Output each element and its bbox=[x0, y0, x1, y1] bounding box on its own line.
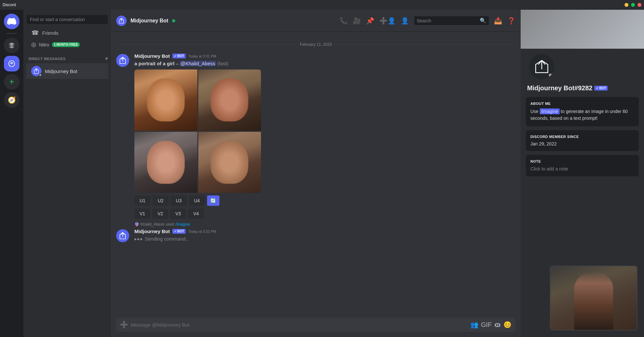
add-attachment-button[interactable]: ➕ bbox=[120, 321, 128, 329]
v1-button[interactable]: V1 bbox=[134, 208, 150, 219]
message-group-2: Midjourney Bot ✓ BOT Today at 3:32 PM bbox=[111, 227, 521, 243]
nitro-icon: ◎ bbox=[31, 41, 36, 48]
u2-button[interactable]: U2 bbox=[153, 195, 169, 206]
bot-badge-2: ✓ BOT bbox=[172, 229, 186, 234]
u3-button[interactable]: U3 bbox=[171, 195, 187, 206]
discord-home-button[interactable] bbox=[4, 14, 19, 29]
webcam-video bbox=[551, 266, 637, 330]
minimize-button[interactable] bbox=[625, 3, 628, 7]
midjourney-bot-avatar bbox=[31, 66, 42, 76]
nitro-label: Nitro bbox=[39, 42, 49, 47]
command-link[interactable]: /imagine bbox=[175, 222, 190, 227]
help-button[interactable]: ❓ bbox=[507, 17, 515, 25]
message-input[interactable] bbox=[131, 322, 468, 328]
sidebar-item-explore[interactable]: 🧭 bbox=[4, 92, 19, 108]
chat-area: Midjourney Bot 📞 🎥 📌 ➕👤 👤 🔍 📥 ❓ bbox=[111, 10, 521, 337]
header-actions: 📞 🎥 📌 ➕👤 👤 🔍 📥 ❓ bbox=[340, 16, 515, 25]
bot-label-1: BOT bbox=[177, 54, 184, 58]
sending-text: Sending command... bbox=[145, 236, 190, 242]
sidebar-item-ai[interactable] bbox=[4, 56, 19, 71]
date-label: February 11, 2023 bbox=[300, 42, 332, 47]
action-buttons-row2: V1 V2 V3 V4 bbox=[134, 208, 515, 219]
add-dm-button[interactable]: + bbox=[105, 55, 108, 62]
sidebar-item-add-server[interactable]: + bbox=[4, 74, 19, 90]
verified-check-1: ✓ bbox=[174, 54, 177, 58]
portrait-image-1 bbox=[134, 69, 197, 131]
profile-name: Midjourney Bot#9282 ✓ BOT bbox=[527, 84, 638, 92]
dm-item-midjourney-bot[interactable]: Midjourney Bot bbox=[26, 63, 108, 79]
face-3 bbox=[147, 141, 185, 184]
chat-input-box: ➕ 👥 GIF 🎟 😊 bbox=[116, 318, 515, 332]
bot-avatar-msg2 bbox=[116, 229, 129, 242]
close-button[interactable] bbox=[638, 3, 641, 7]
member-since-section: DISCORD MEMBER SINCE Jan 29, 2022 bbox=[526, 130, 639, 151]
bot-avatar-msg1 bbox=[116, 54, 129, 67]
portrait-image-4 bbox=[198, 132, 261, 193]
dm-sidebar: ☎ Friends ◎ Nitro 1 MONTH FREE DIRECT ME… bbox=[23, 10, 111, 337]
video-button[interactable]: 🎥 bbox=[353, 17, 361, 25]
msg-username-2: Midjourney Bot bbox=[134, 229, 170, 234]
portrait-image-3 bbox=[134, 132, 197, 193]
msg-fast-1: (fast) bbox=[217, 61, 228, 66]
typing-dots bbox=[134, 238, 142, 240]
add-friend-button[interactable]: ➕👤 bbox=[379, 17, 396, 25]
inbox-button[interactable]: 📥 bbox=[494, 17, 502, 25]
note-section: NOTE bbox=[526, 155, 639, 176]
v4-button[interactable]: V4 bbox=[188, 208, 204, 219]
profile-bot-badge: ✓ BOT bbox=[594, 86, 608, 91]
v3-button[interactable]: V3 bbox=[170, 208, 186, 219]
u4-button[interactable]: U4 bbox=[189, 195, 205, 206]
sidebar-divider bbox=[6, 33, 17, 34]
chat-header: Midjourney Bot 📞 🎥 📌 ➕👤 👤 🔍 📥 ❓ bbox=[111, 10, 521, 32]
emoji-people-button[interactable]: 👥 bbox=[470, 321, 478, 329]
profile-bot-label: BOT bbox=[599, 86, 606, 90]
find-conversation-input[interactable] bbox=[27, 15, 108, 24]
emoji-button[interactable]: 😊 bbox=[503, 321, 512, 329]
action-buttons-row1: U1 U2 U3 U4 🔄 bbox=[134, 195, 515, 206]
about-highlight: /imagine bbox=[540, 108, 560, 114]
nitro-nav-item[interactable]: ◎ Nitro 1 MONTH FREE bbox=[26, 39, 108, 50]
image-grid-1[interactable] bbox=[134, 69, 261, 193]
title-bar: Discord bbox=[0, 0, 644, 10]
profile-banner bbox=[521, 10, 644, 49]
divider-line-left bbox=[116, 44, 297, 45]
note-title: NOTE bbox=[530, 159, 634, 163]
sidebar-item-server1[interactable] bbox=[4, 38, 19, 53]
sticker-button[interactable]: 🎟 bbox=[494, 321, 501, 329]
chat-input-area: ➕ 👥 GIF 🎟 😊 bbox=[111, 318, 521, 337]
msg-text-2: Sending command... bbox=[134, 235, 515, 242]
friends-label: Friends bbox=[42, 30, 58, 36]
refresh-button[interactable]: 🔄 bbox=[207, 195, 219, 206]
friends-nav-item[interactable]: ☎ Friends bbox=[26, 27, 108, 39]
note-input[interactable] bbox=[530, 166, 634, 171]
date-divider: February 11, 2023 bbox=[116, 42, 515, 47]
about-me-title: ABOUT ME bbox=[530, 102, 634, 106]
command-used-text: used bbox=[166, 222, 174, 227]
msg-dash: – bbox=[176, 61, 180, 66]
msg-content-1: Midjourney Bot ✓ BOT Today at 3:31 PM a … bbox=[134, 53, 515, 219]
dm-section-header: DIRECT MESSAGES + bbox=[23, 50, 111, 63]
window-controls bbox=[625, 3, 641, 7]
icon-sidebar: + 🧭 bbox=[0, 10, 23, 337]
msg-username-1: Midjourney Bot bbox=[134, 53, 170, 59]
msg-header-1: Midjourney Bot ✓ BOT Today at 3:31 PM bbox=[134, 53, 515, 59]
about-me-section: ABOUT ME Use /imagine to generate an ima… bbox=[526, 97, 639, 126]
chat-search-input[interactable] bbox=[417, 18, 478, 23]
msg-text-1: a portrait of a girl – @Khalid_Abess (fa… bbox=[134, 60, 515, 67]
dot-2 bbox=[137, 238, 139, 240]
gif-button[interactable]: GIF bbox=[481, 321, 492, 329]
about-text-before: Use bbox=[530, 109, 540, 114]
msg-timestamp-1: Today at 3:31 PM bbox=[188, 54, 216, 58]
call-button[interactable]: 📞 bbox=[340, 17, 348, 25]
profile-username: Midjourney Bot#9282 bbox=[527, 84, 592, 92]
v2-button[interactable]: V2 bbox=[152, 208, 168, 219]
command-used-icon: 🔮 bbox=[134, 222, 139, 227]
msg-mention-1: @Khalid_Abess bbox=[180, 61, 216, 66]
pin-button[interactable]: 📌 bbox=[366, 17, 374, 25]
chat-messages: February 11, 2023 Midjourney Bot ✓ bbox=[111, 32, 521, 318]
dot-3 bbox=[140, 238, 142, 240]
u1-button[interactable]: U1 bbox=[134, 195, 151, 206]
dm-section-label: DIRECT MESSAGES bbox=[29, 57, 66, 61]
maximize-button[interactable] bbox=[631, 3, 635, 7]
profile-button[interactable]: 👤 bbox=[401, 17, 409, 25]
